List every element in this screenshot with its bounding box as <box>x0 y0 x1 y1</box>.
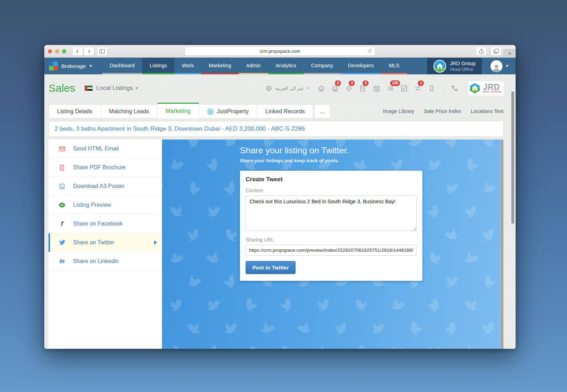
tab-matching-leads[interactable]: Matching Leads <box>101 104 158 119</box>
mobile-icon[interactable] <box>428 84 436 92</box>
phone-icon[interactable] <box>451 84 459 92</box>
listing-scope-label: Local Listings <box>96 85 133 92</box>
avatar <box>490 60 503 72</box>
back-button[interactable] <box>72 47 83 56</box>
menu-item-share-on-twitter[interactable]: Share on Twitter <box>49 233 162 252</box>
task-list-icon[interactable]: 105 <box>386 84 394 92</box>
sale-price-index-link[interactable]: Sale Price Index <box>424 108 461 114</box>
nav-item-dashboard[interactable]: Dashboard <box>102 58 142 74</box>
tab-more[interactable]: ... <box>314 104 330 119</box>
marketing-sidebar: Send HTML Email Share PDF Brochure Downl… <box>49 140 162 349</box>
justproperty-icon <box>207 108 214 115</box>
brand-label: Brokerage <box>61 63 86 69</box>
menu-item-send-html-email[interactable]: Send HTML Email <box>49 140 162 158</box>
leads-home-icon[interactable]: 2 <box>331 84 339 92</box>
sidebar-toggle-icon[interactable] <box>97 47 107 56</box>
nav-item-admin[interactable]: Admin <box>239 58 268 74</box>
main-navigation: Brokerage Dashboard Listings Work Market… <box>44 58 516 74</box>
panel-heading: Share your listing on Twitter. <box>240 146 422 155</box>
chevron-down-icon <box>307 87 309 89</box>
nav-item-listings[interactable]: Listings <box>142 58 174 74</box>
share-icon[interactable] <box>476 47 487 56</box>
active-item-arrow-icon <box>154 240 157 245</box>
nav-item-marketing[interactable]: Marketing <box>201 58 239 74</box>
sales-header: Sales Local Listings غير الى العربية <box>49 74 504 102</box>
nav-item-mls[interactable]: MLS <box>381 58 407 74</box>
create-tweet-card: Create Tweet Content Check out this Luxu… <box>240 171 422 281</box>
transfers-icon[interactable]: 1 <box>414 84 422 92</box>
sharing-url-label: Sharing URL <box>246 237 417 243</box>
panel-subheading: Share your listings and keep track of po… <box>240 158 422 163</box>
nav-item-work[interactable]: Work <box>174 58 201 74</box>
chevron-down-icon <box>135 87 138 89</box>
address-bar[interactable]: crm.propspace.com <box>185 47 375 56</box>
checkbox-icon[interactable] <box>400 84 408 92</box>
propspace-logo-icon <box>49 62 58 70</box>
eye-icon <box>58 202 66 208</box>
chevron-down-icon <box>506 65 509 67</box>
notification-badge: 2 <box>335 80 341 86</box>
post-to-twitter-button[interactable]: Post to Twitter <box>246 261 296 274</box>
card-title: Create Tweet <box>246 176 417 183</box>
page-title: Sales <box>49 82 75 94</box>
image-library-link[interactable]: Image Library <box>383 108 414 114</box>
account-selector[interactable]: JRD Group Head Office <box>427 58 482 74</box>
jrd-logo-text: JRD <box>483 84 501 91</box>
facebook-icon: f <box>58 220 66 228</box>
tab-marketing[interactable]: Marketing <box>157 103 199 119</box>
minimize-window-button[interactable] <box>55 49 59 53</box>
menu-item-share-pdf-brochure[interactable]: Share PDF Brochure <box>49 158 162 177</box>
language-switch[interactable]: غير الى العربية <box>265 84 309 92</box>
notification-badge: 2 <box>363 80 369 86</box>
brokerage-menu[interactable]: Brokerage <box>44 58 102 74</box>
globe-icon <box>265 84 273 92</box>
panel-scrollbar[interactable] <box>500 140 504 349</box>
jrd-logo-subtext: REAL ESTATE <box>483 91 501 93</box>
sharing-url-input[interactable] <box>246 245 417 256</box>
menu-item-share-on-facebook[interactable]: f Share on Facebook <box>49 215 162 233</box>
menu-item-share-on-linkedin[interactable]: in Share on Linkedin <box>49 252 162 271</box>
listing-title: 2 beds, 3 baths Apartment in South Ridge… <box>49 121 504 137</box>
calendar-icon[interactable] <box>372 84 380 92</box>
email-icon <box>58 146 66 152</box>
linkedin-icon: in <box>58 258 66 265</box>
document-icon[interactable]: 2 <box>359 84 366 92</box>
home-icon[interactable] <box>317 84 325 92</box>
notification-badge: 105 <box>390 80 400 86</box>
window-scrollbar[interactable] <box>511 91 514 224</box>
chevron-down-icon <box>89 65 92 67</box>
tab-linked-records[interactable]: Linked Records <box>257 104 313 119</box>
language-label: غير الى العربية <box>275 86 303 91</box>
tab-justproperty[interactable]: JustProperty <box>199 104 257 119</box>
tweet-content-input[interactable]: Check out this Luxurious 2 Bed in South … <box>246 195 417 231</box>
forward-button[interactable] <box>84 47 94 56</box>
nav-item-developers[interactable]: Developers <box>341 58 381 74</box>
tab-listing-details[interactable]: Listing Details <box>49 104 101 119</box>
user-menu[interactable] <box>482 58 516 74</box>
nav-item-analytics[interactable]: Analytics <box>268 58 304 74</box>
twitter-share-panel: Share your listing on Twitter. Share you… <box>162 140 500 349</box>
menu-item-download-a3-poster[interactable]: Download A3 Poster <box>49 177 162 196</box>
reload-icon[interactable] <box>367 48 373 54</box>
jrd-brand-logo: JRD REAL ESTATE <box>468 81 504 95</box>
window-controls <box>48 49 66 53</box>
location-target-icon[interactable]: 3 <box>345 84 353 92</box>
browser-chrome: crm.propspace.com + <box>44 45 516 58</box>
uae-flag-icon <box>84 85 93 91</box>
locations-text-link[interactable]: Locations Text <box>471 108 504 114</box>
tabs-overview-icon[interactable] <box>491 47 501 56</box>
nav-item-company[interactable]: Company <box>304 58 341 74</box>
listing-scope-dropdown[interactable]: Local Listings <box>96 85 138 92</box>
account-name: JRD Group <box>450 60 476 67</box>
account-office: Head Office <box>450 67 476 72</box>
content-label: Content <box>246 188 417 193</box>
browser-window: crm.propspace.com + Brokerage Dashboard … <box>44 45 516 349</box>
close-window-button[interactable] <box>48 49 52 53</box>
zoom-window-button[interactable] <box>62 49 66 53</box>
account-logo-icon <box>433 60 446 73</box>
menu-item-listing-preview[interactable]: Listing Preview <box>49 196 162 215</box>
divider <box>443 84 443 92</box>
new-tab-button[interactable]: + <box>504 49 516 58</box>
page-body: Sales Local Listings غير الى العربية <box>44 74 516 349</box>
jrd-hexagon-house-icon <box>469 82 481 95</box>
